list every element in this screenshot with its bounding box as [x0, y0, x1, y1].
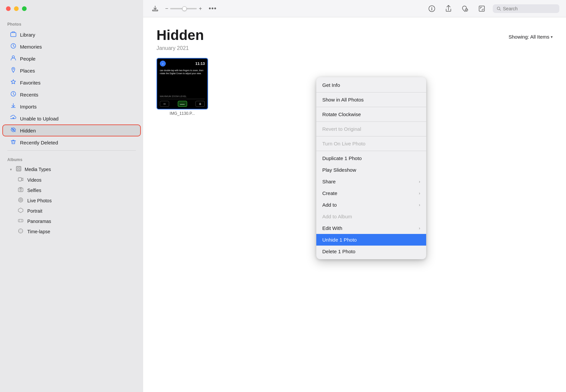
recents-label: Recents	[20, 92, 38, 98]
context-menu-delete-photo[interactable]: Delete 1 Photo	[316, 246, 426, 257]
svg-point-20	[19, 199, 22, 202]
watch-body-text: can double-tap with two fingers to zoom,…	[160, 69, 205, 94]
search-icon	[497, 6, 501, 11]
date-label: January 2021	[156, 45, 553, 51]
sidebar-item-people[interactable]: People	[3, 53, 141, 64]
photos-section-label: Photos	[0, 17, 143, 29]
watch-max-zoom-text: MAXIMUM ZOOM LEVEL	[160, 95, 205, 98]
share-submenu-arrow: ›	[419, 179, 420, 184]
sidebar-item-portrait[interactable]: Portrait	[3, 206, 141, 216]
sidebar-item-time-lapse[interactable]: Time-lapse	[3, 227, 141, 236]
context-menu-rotate-clockwise[interactable]: Rotate Clockwise	[316, 108, 426, 120]
sidebar-item-videos[interactable]: Videos	[3, 175, 141, 185]
expand-button[interactable]	[476, 4, 487, 14]
context-menu-get-info[interactable]: Get Info	[316, 79, 426, 91]
toolbar: − + •••	[143, 0, 566, 17]
sidebar-item-live-photos[interactable]: Live Photos	[3, 196, 141, 205]
svg-rect-29	[152, 10, 158, 11]
time-lapse-label: Time-lapse	[27, 229, 50, 234]
portrait-label: Portrait	[27, 208, 42, 214]
sidebar-item-places[interactable]: Places	[3, 65, 141, 76]
sidebar-item-unable-upload[interactable]: Unable to Upload	[3, 113, 141, 124]
zoom-minus-button[interactable]: −	[165, 6, 168, 12]
context-menu: Get Info Show in All Photos Rotate Clock…	[316, 77, 426, 259]
context-menu-divider-3	[316, 121, 426, 122]
sidebar-item-imports[interactable]: Imports	[3, 101, 141, 112]
sidebar-item-recently-deleted[interactable]: Recently Deleted	[3, 137, 141, 148]
live-photos-icon	[17, 197, 24, 204]
svg-point-23	[19, 229, 23, 233]
zoom-slider[interactable]	[170, 8, 197, 9]
sidebar-item-memories[interactable]: Memories	[3, 41, 141, 52]
more-options-button[interactable]: •••	[207, 3, 219, 14]
sidebar-item-media-types[interactable]: ▾ Media Types	[3, 164, 141, 174]
watch-minus-btn: −	[160, 101, 169, 107]
svg-rect-14	[18, 178, 22, 181]
svg-rect-15	[18, 188, 23, 192]
context-menu-unhide-photo[interactable]: Unhide 1 Photo	[316, 234, 426, 246]
minimize-button[interactable]	[14, 6, 19, 11]
watch-screen: Z 11:13 can double-tap with two fingers …	[157, 59, 207, 109]
videos-icon	[17, 177, 24, 183]
showing-bar[interactable]: Showing: All Items ▾	[508, 34, 553, 40]
watch-plus-btn: +	[195, 101, 205, 107]
zoom-plus-button[interactable]: +	[199, 6, 202, 12]
share-button[interactable]	[443, 4, 454, 14]
context-menu-show-all-photos[interactable]: Show in All Photos	[316, 94, 426, 105]
panoramas-icon	[17, 218, 24, 224]
time-lapse-icon	[17, 228, 24, 235]
favorites-label: Favorites	[20, 80, 41, 86]
videos-label: Videos	[27, 177, 42, 183]
svg-rect-33	[479, 6, 484, 11]
context-menu-play-slideshow[interactable]: Play Slideshow	[316, 164, 426, 176]
search-box	[493, 4, 559, 13]
context-menu-turn-on-live-photo: Turn On Live Photo	[316, 138, 426, 149]
photo-thumbnail[interactable]: Z 11:13 can double-tap with two fingers …	[156, 58, 208, 109]
people-label: People	[20, 56, 36, 62]
context-menu-create[interactable]: Create ›	[316, 187, 426, 199]
imports-label: Imports	[20, 104, 37, 109]
sidebar-item-favorites[interactable]: Favorites	[3, 77, 141, 88]
context-menu-edit-with[interactable]: Edit With ›	[316, 222, 426, 234]
svg-text:Z: Z	[162, 63, 163, 65]
sidebar: Photos Library Memories People	[0, 0, 143, 392]
zoom-slider-thumb	[182, 6, 187, 11]
photo-item[interactable]: Z 11:13 can double-tap with two fingers …	[156, 58, 208, 116]
chevron-down-icon: ▾	[10, 167, 12, 172]
showing-label: Showing: All Items	[508, 34, 549, 40]
svg-point-24	[20, 230, 22, 232]
watch-center-btn: —	[178, 101, 187, 107]
svg-rect-13	[19, 169, 20, 170]
svg-point-3	[13, 69, 14, 70]
page-title: Hidden	[156, 27, 553, 43]
places-icon	[10, 67, 17, 74]
people-icon	[10, 55, 17, 62]
watch-controls: − — +	[160, 101, 205, 107]
maximize-button[interactable]	[22, 6, 27, 11]
sidebar-item-recents[interactable]: Recents	[3, 89, 141, 100]
hidden-icon	[10, 127, 17, 134]
close-button[interactable]	[6, 6, 11, 11]
favorite-button[interactable]	[459, 4, 471, 14]
info-button[interactable]	[426, 4, 437, 14]
context-menu-divider-1	[316, 92, 426, 93]
import-button[interactable]	[150, 4, 160, 13]
recently-deleted-icon	[10, 139, 17, 146]
sidebar-divider	[7, 150, 136, 151]
sidebar-item-panoramas[interactable]: Panoramas	[3, 216, 141, 226]
svg-marker-21	[18, 208, 23, 213]
sidebar-item-hidden[interactable]: Hidden	[3, 125, 141, 136]
watch-top-bar: Z 11:13	[160, 61, 205, 67]
watch-time: 11:13	[195, 62, 205, 66]
context-menu-duplicate-photo[interactable]: Duplicate 1 Photo	[316, 152, 426, 164]
sidebar-item-selfies[interactable]: Selfies	[3, 185, 141, 195]
media-types-icon	[15, 166, 22, 173]
content-area: Hidden January 2021 Showing: All Items ▾…	[143, 17, 566, 392]
context-menu-divider-5	[316, 151, 426, 151]
context-menu-add-to[interactable]: Add to ›	[316, 199, 426, 211]
svg-point-19	[20, 199, 22, 201]
sidebar-item-library[interactable]: Library	[3, 29, 141, 40]
search-input[interactable]	[503, 6, 555, 11]
titlebar	[0, 0, 143, 17]
context-menu-share[interactable]: Share ›	[316, 176, 426, 187]
